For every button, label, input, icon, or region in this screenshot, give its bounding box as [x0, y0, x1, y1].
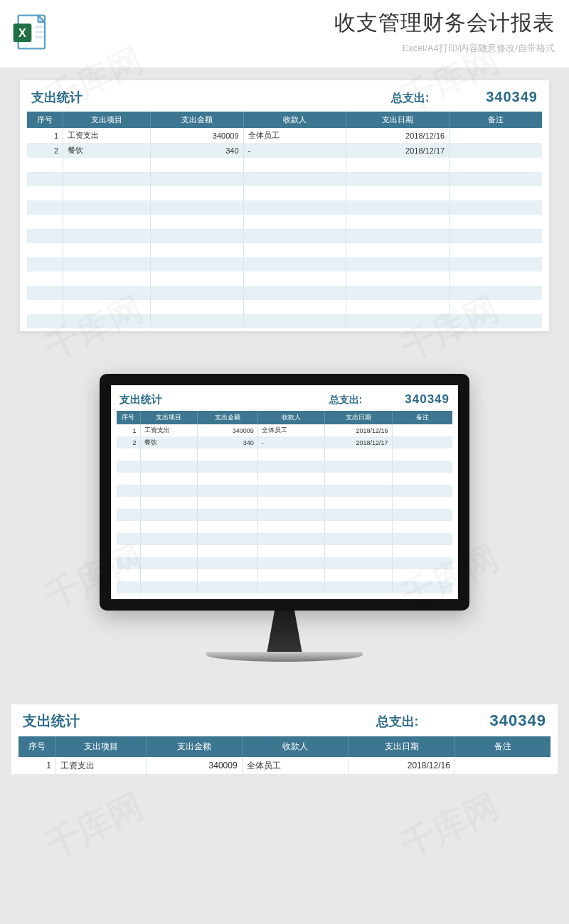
table-row: 2餐饮340-2018/12/17 — [117, 436, 452, 448]
expense-table: 序号 支出项目 支出金额 收款人 支出日期 备注 1工资支出340009全体员工… — [18, 736, 551, 774]
table-row: 1工资支出340009全体员工2018/12/16 — [117, 424, 452, 436]
cell-payee: 全体员工 — [242, 757, 349, 774]
table-row-empty — [117, 569, 452, 581]
col-header-seq: 序号 — [18, 736, 55, 757]
table-row-empty — [27, 286, 542, 300]
table-row-empty — [117, 448, 452, 461]
cell-amount: 340009 — [197, 424, 257, 436]
table-row: 2餐饮340-2018/12/17 — [27, 143, 542, 158]
total-expense-value: 340349 — [405, 392, 450, 407]
cell-seq: 2 — [117, 436, 140, 448]
cell-item: 工资支出 — [55, 757, 146, 774]
sheet-preview-card: 支出统计 总支出: 340349 序号 支出项目 支出金额 收款人 支出日期 备… — [20, 80, 549, 331]
cell-note — [392, 424, 452, 436]
table-row-empty — [27, 215, 542, 229]
table-row-empty — [117, 533, 452, 545]
col-header-note: 备注 — [392, 411, 452, 424]
cell-seq: 1 — [27, 128, 63, 143]
total-expense-value: 340349 — [490, 711, 546, 730]
page-subtitle: Excel/A4打印/内容随意修改/自带格式 — [60, 42, 555, 55]
col-header-payee: 收款人 — [257, 411, 324, 424]
table-row-empty — [117, 485, 452, 497]
col-header-amount: 支出金额 — [147, 736, 243, 757]
col-header-item: 支出项目 — [63, 112, 151, 128]
expense-tbody-3: 1工资支出340009全体员工2018/12/16 — [18, 757, 551, 774]
col-header-payee: 收款人 — [243, 112, 346, 128]
cell-amount: 340009 — [151, 128, 243, 143]
table-row-empty — [117, 473, 452, 485]
table-row-empty — [117, 497, 452, 509]
table-row-empty — [27, 300, 542, 314]
col-header-seq: 序号 — [27, 112, 63, 128]
cell-seq: 1 — [18, 757, 55, 774]
cell-payee: 全体员工 — [243, 128, 346, 143]
table-row-empty — [27, 257, 542, 272]
monitor-bezel: 支出统计 总支出: 340349 序号 支出项目 支出金额 收款人 支出日期 备… — [100, 374, 469, 611]
cell-date: 2018/12/16 — [325, 424, 392, 436]
cell-note — [392, 436, 452, 448]
table-row-empty — [27, 158, 542, 172]
table-row-empty — [27, 314, 542, 328]
cell-seq: 1 — [117, 424, 140, 436]
table-header-row: 序号 支出项目 支出金额 收款人 支出日期 备注 — [27, 112, 542, 128]
table-row-empty — [27, 272, 542, 286]
table-row-empty — [27, 200, 542, 215]
col-header-payee: 收款人 — [242, 736, 349, 757]
table-header-row: 序号 支出项目 支出金额 收款人 支出日期 备注 — [18, 736, 551, 757]
col-header-item: 支出项目 — [55, 736, 146, 757]
col-header-date: 支出日期 — [346, 112, 450, 128]
table-row-empty — [117, 545, 452, 557]
watermark: 千库网 — [38, 784, 150, 869]
col-header-item: 支出项目 — [140, 411, 197, 424]
col-header-seq: 序号 — [117, 411, 140, 424]
monitor-stand-neck — [260, 611, 309, 652]
cell-seq: 2 — [27, 143, 63, 158]
page-title: 收支管理财务会计报表 — [60, 9, 555, 38]
total-expense-label: 总支出: — [329, 394, 363, 407]
sheet-preview-large: 支出统计 总支出: 340349 序号 支出项目 支出金额 收款人 支出日期 备… — [11, 704, 558, 774]
page-header: X 收支管理财务会计报表 Excel/A4打印/内容随意修改/自带格式 — [0, 0, 569, 68]
cell-date: 2018/12/16 — [346, 128, 450, 143]
table-row-empty — [117, 509, 452, 521]
expense-tbody-2: 1工资支出340009全体员工2018/12/162餐饮340-2018/12/… — [117, 424, 452, 593]
col-header-date: 支出日期 — [349, 736, 455, 757]
cell-amount: 340 — [151, 143, 243, 158]
cell-item: 餐饮 — [140, 436, 197, 448]
cell-item: 工资支出 — [63, 128, 151, 143]
sheet-title: 支出统计 — [119, 393, 162, 407]
table-row-empty — [117, 521, 452, 533]
table-row-empty — [27, 172, 542, 186]
total-expense-label: 总支出: — [391, 91, 429, 106]
monitor-stand-base — [206, 652, 363, 662]
table-row-empty — [27, 186, 542, 200]
table-row-empty — [27, 243, 542, 257]
cell-note — [450, 128, 542, 143]
col-header-amount: 支出金额 — [197, 411, 257, 424]
col-header-note: 备注 — [450, 112, 542, 128]
table-row-empty — [117, 461, 452, 473]
table-row: 1工资支出340009全体员工2018/12/16 — [18, 757, 551, 774]
expense-table: 序号 支出项目 支出金额 收款人 支出日期 备注 1工资支出340009全体员工… — [27, 112, 542, 328]
col-header-date: 支出日期 — [325, 411, 392, 424]
table-row-empty — [117, 581, 452, 593]
sheet-title: 支出统计 — [23, 711, 80, 731]
excel-icon: X — [10, 12, 50, 52]
watermark: 千库网 — [393, 784, 506, 869]
cell-note — [454, 757, 551, 774]
cell-payee: - — [257, 436, 324, 448]
total-expense-label: 总支出: — [376, 713, 419, 730]
cell-item: 工资支出 — [140, 424, 197, 436]
cell-payee: - — [243, 143, 346, 158]
table-header-row: 序号 支出项目 支出金额 收款人 支出日期 备注 — [117, 411, 452, 424]
cell-date: 2018/12/17 — [325, 436, 392, 448]
table-row-empty — [27, 229, 542, 243]
cell-item: 餐饮 — [63, 143, 151, 158]
expense-table: 序号 支出项目 支出金额 收款人 支出日期 备注 1工资支出340009全体员工… — [117, 411, 452, 593]
table-row: 1工资支出340009全体员工2018/12/16 — [27, 128, 542, 143]
total-expense-value: 340349 — [486, 89, 538, 105]
cell-amount: 340 — [197, 436, 257, 448]
cell-amount: 340009 — [147, 757, 243, 774]
cell-note — [450, 143, 542, 158]
cell-payee: 全体员工 — [257, 424, 324, 436]
monitor-mockup: 支出统计 总支出: 340349 序号 支出项目 支出金额 收款人 支出日期 备… — [100, 374, 469, 662]
